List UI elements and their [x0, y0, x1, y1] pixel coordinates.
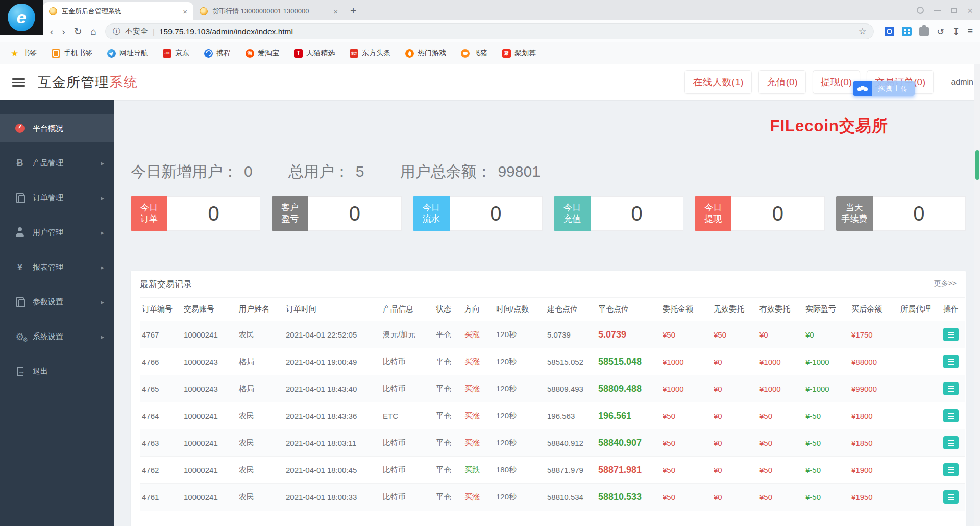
- summary-label: 今日新增用户：: [131, 161, 238, 182]
- scrollbar-track[interactable]: [974, 64, 980, 526]
- sidebar-item-orders[interactable]: 订单管理 ▸: [0, 184, 114, 211]
- minimize-button[interactable]: [934, 10, 941, 11]
- sidebar-item-products[interactable]: 产品管理 ▸: [0, 149, 114, 177]
- sidebar-item-logout[interactable]: 退出 ▸: [0, 357, 114, 385]
- cell-status: 平仓: [434, 457, 462, 484]
- column-header: 实际盈亏: [803, 298, 849, 321]
- stat-card: 客户 盈亏 0: [272, 196, 401, 231]
- address-input[interactable]: ⓘ 不安全 | 159.75.19.103/admin/index/index.…: [105, 23, 874, 39]
- bookmark-icon: 东方: [350, 49, 358, 58]
- cell-username: 农民: [237, 321, 284, 348]
- browser-logo[interactable]: e: [0, 0, 43, 35]
- stat-card: 今日 提现 0: [695, 196, 824, 231]
- hamburger-menu-icon[interactable]: [12, 78, 24, 87]
- download-icon[interactable]: ↧: [952, 26, 960, 37]
- close-window-button[interactable]: ×: [967, 6, 973, 15]
- bookmark-games[interactable]: 热门游戏: [405, 49, 446, 58]
- bookmark-label: 飞猪: [473, 49, 487, 58]
- translate-extension-icon[interactable]: [902, 27, 912, 36]
- tab-title: 货币行情 13000000001 1300000: [212, 7, 329, 16]
- undo-icon[interactable]: ↺: [937, 26, 944, 37]
- cell-actual-profit: ¥-50: [803, 429, 849, 457]
- document-icon: [948, 467, 954, 473]
- bookmark-star-icon[interactable]: ☆: [859, 26, 866, 37]
- table-row: 4766 10000243 格局 2021-04-01 19:00:49 比特币…: [140, 348, 965, 375]
- cell-valid-entrust: ¥1000: [757, 375, 803, 402]
- chevron-right-icon: ▸: [101, 159, 104, 167]
- forward-button[interactable]: ›: [62, 26, 65, 37]
- browser-menu-icon[interactable]: ≡: [967, 26, 973, 37]
- new-tab-button[interactable]: +: [350, 5, 356, 17]
- cell-account: 10000241: [182, 457, 237, 484]
- summary-row: 今日新增用户： 0 总用户： 5 用户总余额： 99801: [131, 100, 966, 182]
- header-stat-link[interactable]: 在线人数(1): [684, 70, 751, 94]
- cell-account: 10000241: [182, 402, 237, 429]
- cell-valid-entrust: ¥50: [757, 429, 803, 457]
- stat-card: 今日 订单 0: [131, 196, 260, 231]
- extension-icon[interactable]: [885, 27, 894, 36]
- address-bar: ‹ › ↻ ⌂ ⓘ 不安全 | 159.75.19.103/admin/inde…: [0, 20, 980, 42]
- bookmark-label: 爱淘宝: [258, 49, 279, 58]
- view-order-button[interactable]: [943, 436, 959, 449]
- profile-icon[interactable]: [917, 7, 924, 14]
- bookmark-taobao[interactable]: 淘 爱淘宝: [246, 49, 279, 58]
- table-row: 4761 10000241 农民 2021-04-01 18:00:33 比特币…: [140, 484, 965, 511]
- page-title: 互金所管理系统: [38, 73, 138, 91]
- chevron-right-icon: ▸: [101, 229, 104, 236]
- cell-actions: [941, 457, 965, 484]
- view-order-button[interactable]: [943, 328, 959, 341]
- cell-agent: [898, 348, 941, 375]
- sidebar-item-icon: [13, 262, 27, 272]
- scrollbar-thumb[interactable]: [975, 150, 979, 180]
- sidebar-item-params[interactable]: 参数设置 ▸: [0, 288, 114, 316]
- view-order-button[interactable]: [943, 463, 959, 476]
- back-button[interactable]: ‹: [50, 26, 53, 37]
- sidebar-item-label: 报表管理: [33, 262, 63, 272]
- bookmark-tmall[interactable]: T 天猫精选: [294, 49, 335, 58]
- bookmark-ctrip[interactable]: 携程: [204, 49, 231, 58]
- stat-card: 今日 流水 0: [413, 196, 543, 231]
- view-order-button[interactable]: [943, 382, 959, 395]
- sidebar-item-users[interactable]: 用户管理 ▸: [0, 219, 114, 246]
- puzzle-extensions-icon[interactable]: [919, 27, 929, 36]
- info-icon[interactable]: ⓘ: [113, 27, 120, 36]
- tab-market[interactable]: 货币行情 13000000001 1300000 ×: [193, 2, 344, 20]
- close-icon[interactable]: ×: [183, 7, 187, 16]
- latest-trades-panel: 最新交易记录 更多>> 订单编号 交易账号 用户姓名 订单时间 产品信息: [131, 271, 966, 526]
- sidebar-item-label: 系统设置: [33, 332, 63, 342]
- drag-upload-overlay[interactable]: 拖拽上传: [853, 81, 915, 96]
- bookmark-toutiao[interactable]: 东方 东方头条: [350, 49, 390, 58]
- sidebar-item-reports[interactable]: 报表管理 ▸: [0, 253, 114, 281]
- bookmark-mobile[interactable]: 手机书签: [52, 49, 92, 58]
- sidebar-item-icon: [13, 123, 27, 133]
- bookmark-shuqian[interactable]: ★ 书签: [10, 49, 37, 58]
- home-button[interactable]: ⌂: [91, 26, 96, 37]
- sidebar-item-icon: [13, 158, 27, 168]
- header-stat-link[interactable]: 充值(0): [758, 70, 806, 94]
- maximize-button[interactable]: [951, 8, 957, 13]
- cell-duration: 120秒: [494, 375, 545, 402]
- cell-order-no: 4762: [140, 457, 182, 484]
- bookmark-fliggy[interactable]: 飞猪: [461, 49, 487, 58]
- cell-entrust-amount: ¥50: [660, 457, 712, 484]
- close-icon[interactable]: ×: [333, 7, 338, 16]
- view-order-button[interactable]: [943, 409, 959, 422]
- bookmark-nav[interactable]: 网址导航: [107, 49, 148, 58]
- bookmarks-bar: ★ 书签 手机书签 网址导航 JD 京东 携程 淘 爱淘宝 T 天猫精选: [0, 42, 980, 64]
- sidebar-item-system[interactable]: 系统设置 ▸: [0, 323, 114, 350]
- view-order-button[interactable]: [943, 490, 959, 504]
- view-order-button[interactable]: [943, 355, 959, 368]
- document-icon: [948, 494, 954, 500]
- reload-button[interactable]: ↻: [74, 26, 82, 37]
- sidebar: 平台概况 ▸ 产品管理 ▸ 订单管理 ▸ 用户管理 ▸ 报表管理 ▸ 参数设置: [0, 100, 114, 526]
- tab-admin[interactable]: 互金所后台管理系统 ×: [43, 2, 193, 20]
- more-link[interactable]: 更多>>: [934, 279, 957, 289]
- cell-invalid-entrust: ¥50: [712, 321, 757, 348]
- sidebar-item-dashboard[interactable]: 平台概况 ▸: [0, 114, 114, 142]
- cell-order-time: 2021-04-01 19:00:49: [284, 348, 381, 375]
- bookmark-jd[interactable]: JD 京东: [163, 49, 189, 58]
- bookmark-icon: T: [294, 49, 303, 58]
- bookmark-juhuasuan[interactable]: 聚 聚划算: [502, 49, 536, 58]
- cell-actions: [941, 375, 965, 402]
- cell-actions: [941, 429, 965, 457]
